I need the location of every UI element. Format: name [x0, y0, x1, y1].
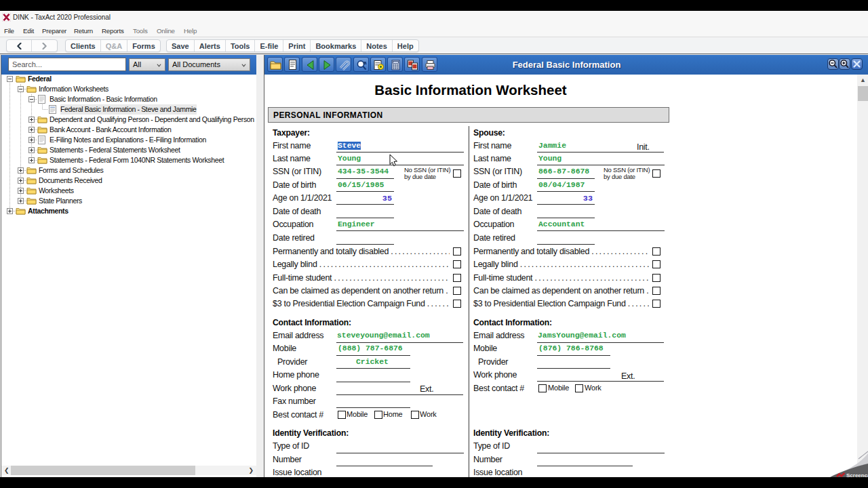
svg-text:Screenca: Screenca: [846, 472, 868, 477]
